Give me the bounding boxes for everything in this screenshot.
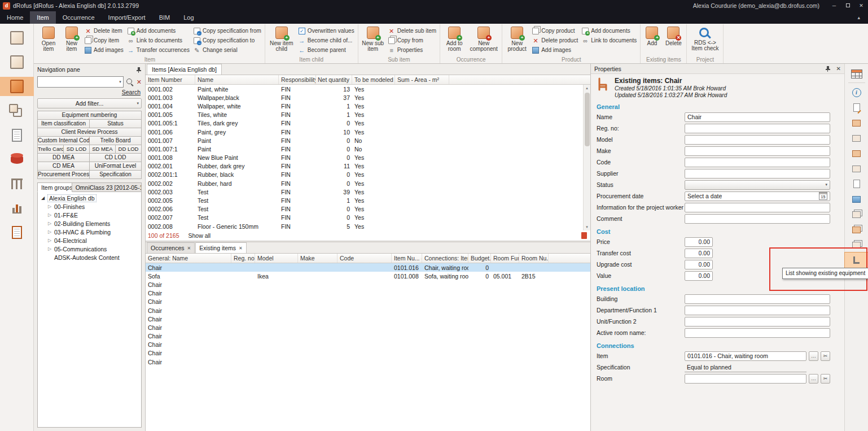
filter-button-status[interactable]: Status [89, 119, 142, 128]
show-all-link[interactable]: Show all [188, 232, 211, 239]
delete-existing-item-button[interactable]: ✕ Delete [663, 24, 684, 56]
expander-icon[interactable]: ▷ [47, 229, 52, 234]
item-row[interactable]: 0001.008New Blue PaintFIN0Yes [146, 154, 590, 162]
column-header-to-be-modeled[interactable]: To be modeled [352, 75, 395, 84]
package-icon[interactable] [845, 161, 868, 176]
new-product-button[interactable]: + New product [505, 24, 529, 56]
tree-item-00-finishes[interactable]: ▷00-Finishes [39, 202, 140, 211]
calendar-icon[interactable]: 15 [819, 192, 827, 200]
item-row[interactable]: 0002.001:1Rubber, blackFIN0Yes [146, 171, 590, 179]
tree-item-adsk-autodesk-content[interactable]: ADSK-Autodesk Content [39, 253, 140, 262]
field-information-for-the-project-worker[interactable] [685, 203, 830, 212]
menu-tab-bim[interactable]: BIM [152, 11, 177, 24]
specification-field[interactable]: Equal to planned [685, 363, 806, 372]
column-header-room-funct[interactable]: Room Funct... [491, 254, 519, 263]
existing-item-row[interactable]: Chair [146, 358, 590, 366]
browse-room-button[interactable]: … [809, 374, 818, 384]
copy-from-button[interactable]: Copy from [387, 36, 437, 45]
tree-item-03-hvac-plumbing[interactable]: ▷03-HVAC & Plumbing [39, 228, 140, 236]
expander-icon[interactable]: ▷ [47, 246, 52, 251]
filter-button-uniformat-level[interactable]: UniFormat Level [89, 162, 142, 171]
column-header-model[interactable]: Model [255, 254, 298, 263]
module-core-database-icon[interactable] [0, 150, 34, 169]
menu-tab-log[interactable]: Log [177, 11, 200, 24]
add-existing-item-button[interactable]: + Add [643, 24, 661, 56]
filter-button-specification[interactable]: Specification [89, 170, 142, 179]
filter-button-custom-internal-code[interactable]: Custom Internal Code [37, 136, 90, 145]
tree-item-01-ff-e[interactable]: ▷01-FF&E [39, 211, 140, 219]
add-filter-button[interactable]: Add filter... ▾ [37, 98, 142, 108]
item-group-icon[interactable] [845, 222, 868, 237]
module-items-icon[interactable] [0, 77, 34, 96]
item-row[interactable]: 0002.007TestFIN0Yes [146, 214, 590, 222]
existing-item-row[interactable]: SofaIkea0101.008Sofa, waiting room005.00… [146, 272, 590, 280]
clear-search-icon[interactable]: ✕ [137, 79, 142, 86]
search-link[interactable]: Search [122, 89, 141, 95]
item-row[interactable]: 0001.002Paint, whiteFIN13Yes [146, 85, 590, 93]
copy-specification-to-button[interactable]: →Copy specification to [192, 36, 262, 45]
column-header-responsibility[interactable]: Responsibility [279, 75, 316, 84]
browse-item-button[interactable]: … [809, 351, 818, 361]
existing-equipment-list-icon[interactable] [845, 252, 868, 268]
add-product-images-button[interactable]: Add images [531, 46, 579, 54]
transfer-occurrences-button[interactable]: →Transfer occurrences [126, 46, 191, 54]
info-panel-icon[interactable]: i [845, 85, 868, 100]
new-item-child-button[interactable]: + New item child [268, 24, 296, 56]
module-systems-icon[interactable] [0, 101, 34, 120]
column-header-budget[interactable]: Budget... [468, 254, 491, 263]
copy-product-button[interactable]: Copy product [531, 27, 579, 35]
new-item-button[interactable]: + New item [62, 24, 82, 56]
add-product-documents-button[interactable]: +Add documents [581, 27, 638, 35]
item-row[interactable]: 0002.008Floor - Generic 150mmFIN5Yes [146, 222, 590, 230]
maximize-button[interactable] [841, 0, 854, 11]
existing-item-row[interactable]: Chair [146, 298, 590, 306]
search-dropdown-icon[interactable]: ▾ [119, 80, 121, 84]
field-supplier[interactable] [685, 169, 830, 179]
item-data-icon[interactable] [845, 115, 868, 130]
filter-button-trello-card[interactable]: Trello Card [37, 145, 64, 154]
expander-icon[interactable]: ▷ [47, 204, 52, 209]
field-name[interactable]: Chair [685, 112, 830, 122]
field-building[interactable] [685, 294, 830, 304]
collapse-icon[interactable]: ◢ [40, 195, 46, 201]
new-component-button[interactable]: + New component [468, 24, 499, 56]
menu-tab-import-export[interactable]: Import/Export [102, 11, 152, 24]
close-button[interactable]: ✕ [854, 0, 868, 11]
field-price[interactable]: 0.00 [685, 237, 713, 247]
module-rooms-icon[interactable] [0, 28, 34, 47]
scroll-down-icon[interactable]: ▾ [586, 224, 588, 230]
column-header-reg-no[interactable]: Reg. no: [231, 254, 255, 263]
filter-button-dd-lod[interactable]: DD LOD [115, 145, 142, 154]
expander-icon[interactable]: ▷ [47, 238, 52, 243]
existing-item-row[interactable]: Chair [146, 341, 590, 349]
tab-item-groups[interactable]: Item groups [37, 182, 72, 192]
field-status[interactable]: ▾ [685, 180, 830, 190]
tree-root[interactable]: ◢ Alexia English db [39, 194, 140, 202]
field-reg-no[interactable] [685, 124, 830, 133]
add-images-button[interactable]: Add images [84, 46, 125, 54]
menu-tab-item[interactable]: Item [30, 11, 55, 24]
field-upgrade-cost[interactable]: 0.00 [685, 260, 713, 269]
rds-form-icon[interactable] [845, 100, 868, 115]
column-header-item-number[interactable]: Item Number [146, 75, 195, 84]
column-header-make[interactable]: Make [298, 254, 337, 263]
module-documents-icon[interactable] [0, 125, 34, 145]
item-row[interactable]: 0002.003TestFIN39Yes [146, 188, 590, 196]
bim-object-icon[interactable] [845, 130, 868, 146]
menu-tab-home[interactable]: Home [0, 11, 30, 24]
field-procurement-date[interactable]: Select a date15 [685, 191, 830, 201]
become-parent-button[interactable]: ←Become parent [297, 46, 356, 54]
item-row[interactable]: 0002.002Rubber, hardFIN0Yes [146, 179, 590, 188]
disconnect-item-button[interactable]: ✂ [821, 351, 830, 361]
column-header-item-nu[interactable]: Item Nu...▲ [392, 254, 422, 263]
search-icon[interactable] [126, 79, 134, 86]
add-to-room-button[interactable]: + Add to room [442, 24, 466, 56]
delete-item-button[interactable]: ✕Delete item [84, 27, 125, 35]
occurrence-list-icon[interactable] [845, 207, 868, 222]
field-code[interactable] [685, 158, 830, 167]
add-documents-button[interactable]: +Add documents [126, 27, 191, 35]
copy-item-button[interactable]: Copy item [84, 36, 125, 45]
field-unit-function-2[interactable] [685, 317, 830, 326]
connection-item-field[interactable]: 0101.016 - Chair, waiting room [685, 351, 806, 361]
existing-item-row[interactable]: Chair [146, 306, 590, 315]
